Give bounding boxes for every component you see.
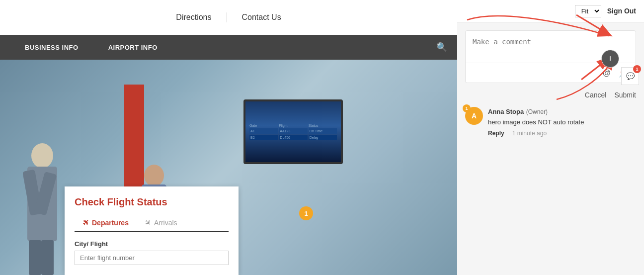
departures-icon: ✈ <box>80 217 91 228</box>
nav-contact[interactable]: Contact Us <box>227 13 296 22</box>
svg-rect-4 <box>29 240 41 275</box>
comment-panel: i 💬 1 @ 📌 Cancel Submit 1 A <box>457 22 644 275</box>
cancel-button[interactable]: Cancel <box>585 91 607 99</box>
submit-button[interactable]: Submit <box>614 91 636 99</box>
search-icon[interactable]: 🔍 <box>436 42 447 53</box>
nav-links: Directions Contact Us <box>161 12 296 22</box>
comment-bubble-icon: 💬 <box>626 72 635 80</box>
comment-text: hero image does NOT auto rotate <box>488 118 636 127</box>
flight-number-input[interactable] <box>75 251 229 265</box>
city-flight-label: City/ Flight <box>75 240 229 248</box>
comment-sidebar: Fit Sign Out i 💬 1 @ 📌 Cancel Submi <box>457 0 644 275</box>
flight-tabs: ✈ Departures ✈ Arrivals <box>75 214 229 232</box>
comment-author-line: Anna Stopa (Owner) <box>488 107 636 116</box>
arrivals-icon: ✈ <box>142 217 154 228</box>
avatar-initials: A <box>472 112 477 120</box>
comment-item: 1 A Anna Stopa (Owner) hero image does N… <box>465 107 636 137</box>
comment-actions: Cancel Submit <box>465 91 636 99</box>
comment-panel-button[interactable]: 💬 1 <box>621 67 639 85</box>
hero-area: GateFlightStatus A1AA123On Time B2DL456D… <box>0 60 457 275</box>
comment-body: Anna Stopa (Owner) hero image does NOT a… <box>488 107 636 137</box>
website-preview: Directions Contact Us BUSINESS INFO AIRP… <box>0 0 457 275</box>
comment-footer: Reply 1 minute ago <box>488 130 636 137</box>
nav-airport-info[interactable]: AIRPORT INFO <box>93 44 172 51</box>
svg-point-0 <box>31 143 53 168</box>
signout-button[interactable]: Sign Out <box>607 7 636 15</box>
comment-author-role: (Owner) <box>526 108 548 115</box>
tab-arrivals[interactable]: ✈ Arrivals <box>137 214 185 231</box>
tv-screen: GateFlightStatus A1AA123On Time B2DL456D… <box>243 99 343 164</box>
reply-button[interactable]: Reply <box>488 130 504 137</box>
fit-select[interactable]: Fit <box>575 5 601 17</box>
mention-button[interactable]: @ <box>601 67 613 80</box>
nav-business-info[interactable]: BUSINESS INFO <box>10 44 93 51</box>
comment-timestamp: 1 minute ago <box>512 130 547 137</box>
avatar: 1 A <box>465 107 483 125</box>
toolbar: Fit Sign Out <box>457 0 644 22</box>
svg-rect-5 <box>41 240 54 275</box>
tab-departures[interactable]: ✈ Departures <box>75 214 137 231</box>
location-marker[interactable]: 1 <box>299 206 313 220</box>
avatar-number-badge: 1 <box>463 104 471 112</box>
nav-directions[interactable]: Directions <box>161 13 226 22</box>
flight-card-title: Check Flight Status <box>75 196 229 208</box>
top-nav: Directions Contact Us <box>0 0 457 35</box>
svg-point-6 <box>144 165 164 186</box>
comment-author-name: Anna Stopa <box>488 108 524 115</box>
flight-status-card: Check Flight Status ✈ Departures ✈ Arriv… <box>65 186 239 275</box>
comment-count-badge: 1 <box>633 65 641 73</box>
info-icon-button[interactable]: i <box>601 50 619 68</box>
tv-display: GateFlightStatus A1AA123On Time B2DL456D… <box>245 101 341 162</box>
dark-nav-bar: BUSINESS INFO AIRPORT INFO 🔍 <box>0 35 457 60</box>
